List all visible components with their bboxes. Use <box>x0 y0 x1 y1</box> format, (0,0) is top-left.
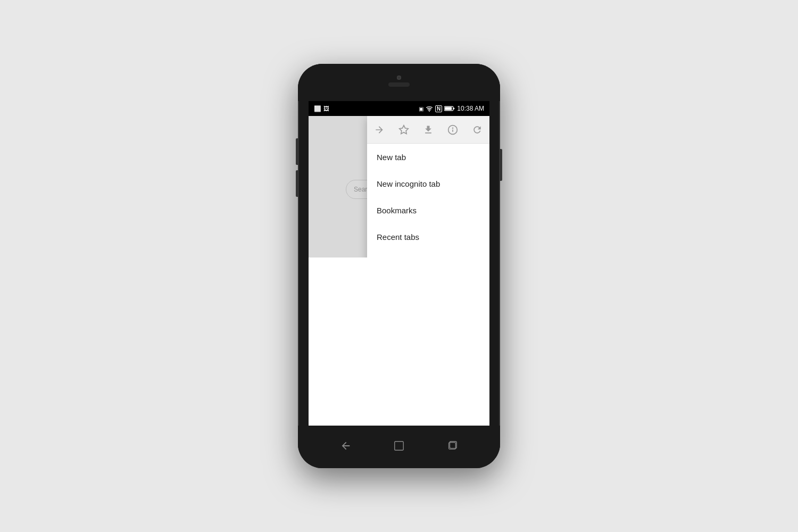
status-left-icons: ⬜ 🖼 <box>314 105 329 112</box>
front-camera <box>397 76 401 80</box>
svg-rect-2 <box>453 107 454 109</box>
recents-button[interactable] <box>446 440 458 454</box>
notification-icon1: ⬜ <box>314 105 321 112</box>
back-button[interactable] <box>340 440 352 454</box>
forward-icon <box>374 124 385 135</box>
forward-button[interactable] <box>370 120 389 139</box>
status-right-icons: ▣ N 10:38 AM <box>419 105 484 112</box>
power-button[interactable] <box>500 149 502 181</box>
bottom-bezel <box>298 426 500 468</box>
browser-content: Search or type URL Home - YouTube <box>309 116 489 257</box>
menu-item-bookmarks[interactable]: Bookmarks <box>367 197 489 223</box>
sim-icon: ▣ <box>419 106 423 112</box>
phone-screen: ⬜ 🖼 ▣ N 10:38 AM <box>309 101 489 426</box>
status-bar: ⬜ 🖼 ▣ N 10:38 AM <box>309 101 489 116</box>
refresh-icon <box>472 124 483 135</box>
battery-icon <box>444 105 455 112</box>
menu-item-new-incognito-tab[interactable]: New incognito tab <box>367 170 489 197</box>
menu-toolbar <box>367 116 489 144</box>
volume-down-button[interactable] <box>296 170 298 197</box>
menu-item-new-tab[interactable]: New tab <box>367 144 489 170</box>
volume-up-button[interactable] <box>296 138 298 165</box>
download-icon <box>423 124 434 135</box>
back-icon <box>340 440 352 452</box>
info-button[interactable] <box>443 120 462 139</box>
chrome-menu: New tab New incognito tab Bookmarks Rece… <box>367 116 489 257</box>
earpiece-speaker <box>388 82 410 87</box>
phone-device: ⬜ 🖼 ▣ N 10:38 AM <box>298 64 500 468</box>
bookmark-button[interactable] <box>394 120 413 139</box>
home-button[interactable] <box>393 440 405 454</box>
recents-icon <box>446 440 458 452</box>
menu-item-recent-tabs[interactable]: Recent tabs <box>367 223 489 250</box>
menu-item-history[interactable]: History <box>367 250 489 257</box>
time-display: 10:38 AM <box>457 105 484 112</box>
home-icon <box>393 440 405 452</box>
top-bezel <box>298 64 500 101</box>
nfc-icon: N <box>435 105 442 112</box>
svg-rect-6 <box>395 441 404 450</box>
refresh-button[interactable] <box>468 120 487 139</box>
svg-rect-1 <box>445 107 452 110</box>
star-icon <box>398 124 409 135</box>
info-icon <box>447 124 458 135</box>
notification-icon2: 🖼 <box>323 105 329 112</box>
download-button[interactable] <box>419 120 438 139</box>
wifi-icon <box>426 105 433 112</box>
